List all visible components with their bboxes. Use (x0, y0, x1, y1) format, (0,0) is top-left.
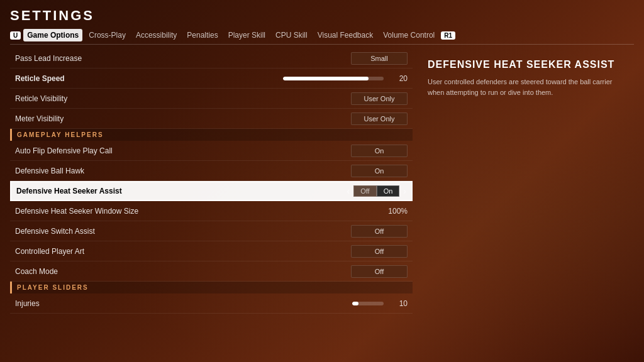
reticle-speed-control: 20 (283, 74, 408, 83)
label-switch-assist: Defensive Switch Assist (15, 227, 95, 236)
row-coach-mode: Coach Mode Off (10, 261, 413, 282)
right-badge: R1 (441, 31, 455, 40)
injuries-control: 10 (352, 299, 408, 308)
value-ball-hawk[interactable]: On (351, 165, 408, 177)
chevron-left-icon[interactable]: ‹ (347, 186, 350, 196)
row-meter-visibility: Meter Visibility User Only (10, 109, 413, 129)
row-reticle-visibility: Reticle Visibility User Only (10, 89, 413, 109)
value-auto-flip[interactable]: On (351, 145, 408, 157)
tab-cpu-skill[interactable]: CPU Skill (272, 29, 311, 41)
main-container: SETTINGS U Game Options Cross-Play Acces… (0, 0, 644, 362)
label-heat-seeker-window: Defensive Heat Seeker Window Size (15, 207, 138, 216)
heat-seeker-toggle-group: ‹ Off On › (347, 185, 406, 197)
row-injuries: Injuries 10 (10, 293, 413, 314)
value-reticle-visibility[interactable]: User Only (351, 92, 408, 105)
value-switch-assist[interactable]: Off (351, 225, 408, 238)
tab-volume-control[interactable]: Volume Control (379, 29, 438, 41)
value-player-art[interactable]: Off (351, 245, 408, 258)
page-title: SETTINGS (10, 8, 634, 24)
injuries-fill (352, 302, 358, 305)
row-ball-hawk: Defensive Ball Hawk On (10, 161, 413, 181)
injuries-track[interactable] (352, 302, 384, 305)
tab-player-skill[interactable]: Player Skill (225, 29, 269, 41)
toggle-options: Off On (353, 185, 399, 197)
tab-accessibility[interactable]: Accessibility (132, 29, 180, 41)
value-meter-visibility[interactable]: User Only (351, 112, 408, 125)
label-player-art: Controlled Player Art (15, 247, 84, 256)
value-coach-mode[interactable]: Off (351, 265, 408, 278)
row-heat-seeker-assist: Defensive Heat Seeker Assist ‹ Off On › (10, 181, 413, 201)
row-heat-seeker-window: Defensive Heat Seeker Window Size 100% (10, 201, 413, 221)
value-heat-seeker-window: 100% (388, 207, 408, 216)
label-pass-lead: Pass Lead Increase (15, 54, 82, 63)
settings-panel: Pass Lead Increase Small Reticle Speed 2… (10, 48, 413, 354)
label-reticle-visibility: Reticle Visibility (15, 94, 67, 103)
row-auto-flip: Auto Flip Defensive Play Call On (10, 141, 413, 161)
tab-penalties[interactable]: Penalties (183, 29, 221, 41)
row-pass-lead: Pass Lead Increase Small (10, 48, 413, 69)
injuries-value: 10 (389, 299, 408, 308)
label-reticle-speed: Reticle Speed (15, 74, 65, 83)
label-heat-seeker-assist: Defensive Heat Seeker Assist (16, 187, 122, 195)
right-panel: DEFENSIVE HEAT SEEKER ASSIST User contro… (423, 48, 634, 354)
help-description: User controlled defenders are steered to… (428, 77, 629, 97)
tabs-bar: U Game Options Cross-Play Accessibility … (10, 29, 634, 45)
section-gameplay-helpers: GAMEPLAY HELPERS (10, 129, 413, 141)
row-switch-assist: Defensive Switch Assist Off (10, 221, 413, 241)
tab-cross-play[interactable]: Cross-Play (85, 29, 130, 41)
reticle-speed-fill (283, 77, 369, 80)
content-area: Pass Lead Increase Small Reticle Speed 2… (10, 48, 634, 354)
row-player-art: Controlled Player Art Off (10, 241, 413, 261)
section-player-sliders: PLAYER SLIDERS (10, 282, 413, 293)
reticle-speed-value: 20 (389, 74, 408, 83)
settings-list: Pass Lead Increase Small Reticle Speed 2… (10, 48, 413, 354)
label-coach-mode: Coach Mode (15, 267, 58, 276)
reticle-speed-track[interactable] (283, 77, 384, 80)
label-injuries: Injuries (15, 299, 40, 308)
label-ball-hawk: Defensive Ball Hawk (15, 167, 84, 175)
tab-game-options[interactable]: Game Options (23, 29, 82, 41)
chevron-right-icon[interactable]: › (403, 186, 406, 196)
toggle-off-option[interactable]: Off (353, 185, 376, 197)
label-meter-visibility: Meter Visibility (15, 114, 64, 123)
row-reticle-speed: Reticle Speed 20 (10, 69, 413, 89)
left-badge: U (10, 31, 21, 40)
label-auto-flip: Auto Flip Defensive Play Call (15, 146, 113, 155)
toggle-on-option[interactable]: On (377, 185, 400, 197)
tab-visual-feedback[interactable]: Visual Feedback (314, 29, 377, 41)
value-pass-lead[interactable]: Small (351, 52, 408, 65)
help-title: DEFENSIVE HEAT SEEKER ASSIST (428, 58, 629, 70)
